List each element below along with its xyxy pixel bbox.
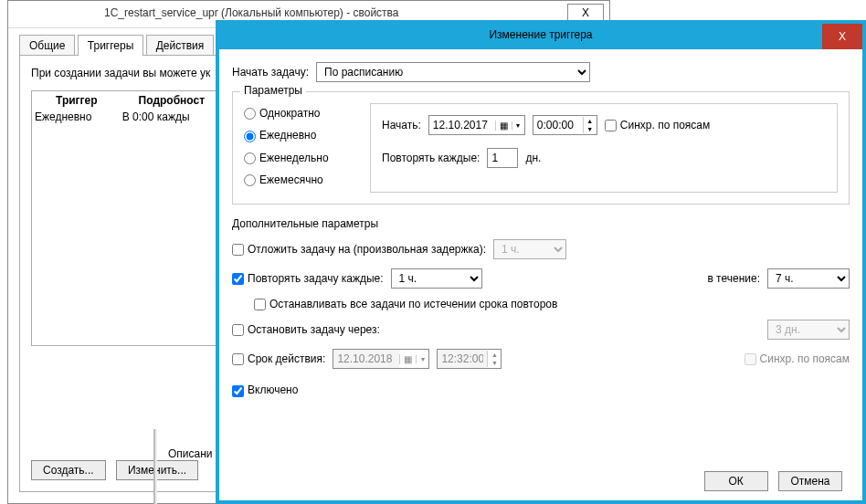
tab-triggers[interactable]: Триггеры xyxy=(78,35,144,56)
repeat-every-input[interactable] xyxy=(487,148,518,168)
trigger-buttons: Создать... Изменить... xyxy=(31,460,206,480)
cell-trigger: Ежедневно xyxy=(34,110,120,124)
radio-weekly[interactable]: Еженедельно xyxy=(244,152,354,164)
stop-all-checkbox[interactable]: Останавливать все задачи по истечении ср… xyxy=(254,298,557,310)
expire-date-input xyxy=(333,350,399,368)
begin-task-select[interactable]: По расписанию xyxy=(316,62,590,82)
splitter[interactable] xyxy=(153,429,157,504)
spin-up-icon[interactable]: ▲ xyxy=(584,117,597,125)
dialog-body: Начать задачу: По расписанию Параметры О… xyxy=(219,49,862,500)
cell-details: В 0:00 кажды xyxy=(121,110,222,124)
triggers-table[interactable]: Триггер Подробност Ежедневно В 0:00 кажд… xyxy=(31,90,225,346)
col-details[interactable]: Подробност xyxy=(121,93,222,108)
radio-once[interactable]: Однократно xyxy=(244,107,354,120)
repeat-every-unit: дн. xyxy=(525,152,541,164)
stop-after-select: 3 дн. xyxy=(767,320,850,340)
cancel-button[interactable]: Отмена xyxy=(778,471,842,491)
edit-button[interactable]: Изменить... xyxy=(116,460,198,480)
ok-button[interactable]: ОК xyxy=(704,471,768,491)
dialog-title: Изменение триггера xyxy=(219,28,862,41)
start-date-input[interactable] xyxy=(429,116,495,134)
delay-select: 1 ч. xyxy=(493,239,566,259)
table-header: Триггер Подробност xyxy=(34,93,222,108)
spin-down-icon[interactable]: ▼ xyxy=(584,125,597,133)
tab-general[interactable]: Общие xyxy=(19,35,75,56)
parameters-group: Параметры Однократно Ежедневно Еженедель… xyxy=(232,91,850,205)
chevron-down-icon[interactable]: ▾ xyxy=(512,121,524,130)
expire-date-field: ▦ ▾ xyxy=(333,349,429,369)
tab-actions[interactable]: Действия xyxy=(146,35,215,56)
delay-checkbox[interactable]: Отложить задачу на (произвольная задержк… xyxy=(232,243,486,256)
expire-time-field: ▲▼ xyxy=(437,349,502,369)
schedule-details: Начать: ▦ ▾ ▲▼ Синхр. по поясам xyxy=(370,103,838,193)
sync-tz-checkbox[interactable]: Синхр. по поясам xyxy=(605,119,710,131)
properties-title: 1C_restart_service_upr (Локальный компью… xyxy=(104,6,399,19)
spin-down-icon: ▼ xyxy=(488,359,501,367)
close-icon: X xyxy=(839,30,846,43)
close-icon: X xyxy=(582,6,589,19)
radio-daily[interactable]: Ежедневно xyxy=(244,129,354,142)
duration-select[interactable]: 7 ч. xyxy=(767,268,850,289)
start-time-input[interactable] xyxy=(533,116,583,134)
sync-tz2-checkbox: Синхр. по поясам xyxy=(745,352,850,365)
additional-params-title: Дополнительные параметры xyxy=(232,217,850,230)
spin-up-icon: ▲ xyxy=(488,351,501,359)
col-trigger[interactable]: Триггер xyxy=(34,93,120,108)
start-label: Начать: xyxy=(382,119,421,131)
calendar-icon: ▦ xyxy=(399,354,416,364)
create-button[interactable]: Создать... xyxy=(31,460,106,480)
duration-label: в течение: xyxy=(707,272,760,285)
repeat-task-checkbox[interactable]: Повторять задачу каждые: xyxy=(232,272,384,285)
edit-trigger-dialog: Изменение триггера X Начать задачу: По р… xyxy=(216,20,866,504)
dialog-titlebar[interactable]: Изменение триггера X xyxy=(219,24,862,49)
enabled-checkbox[interactable]: Включено xyxy=(232,383,298,396)
expire-time-input xyxy=(438,350,487,368)
additional-params: Дополнительные параметры Отложить задачу… xyxy=(232,217,850,397)
repeat-every-label: Повторять каждые: xyxy=(382,152,480,164)
expire-checkbox[interactable]: Срок действия: xyxy=(232,352,325,365)
begin-task-row: Начать задачу: По расписанию xyxy=(232,62,850,82)
table-row[interactable]: Ежедневно В 0:00 кажды xyxy=(34,110,222,124)
begin-task-label: Начать задачу: xyxy=(232,66,309,79)
stop-after-checkbox[interactable]: Остановить задачу через: xyxy=(232,323,380,336)
radio-monthly[interactable]: Ежемесячно xyxy=(244,173,354,186)
properties-close-button[interactable]: X xyxy=(567,4,604,22)
schedule-radios: Однократно Ежедневно Еженедельно Ежемеся… xyxy=(244,103,354,193)
chevron-down-icon: ▾ xyxy=(416,355,428,363)
start-date-field[interactable]: ▦ ▾ xyxy=(428,115,525,135)
dialog-close-button[interactable]: X xyxy=(822,24,862,49)
repeat-task-select[interactable]: 1 ч. xyxy=(391,268,482,289)
description-label: Описани xyxy=(164,447,216,460)
dialog-buttons: ОК Отмена xyxy=(704,471,850,491)
parameters-title: Параметры xyxy=(240,84,306,97)
start-time-field[interactable]: ▲▼ xyxy=(533,115,597,135)
calendar-icon[interactable]: ▦ xyxy=(495,121,512,131)
